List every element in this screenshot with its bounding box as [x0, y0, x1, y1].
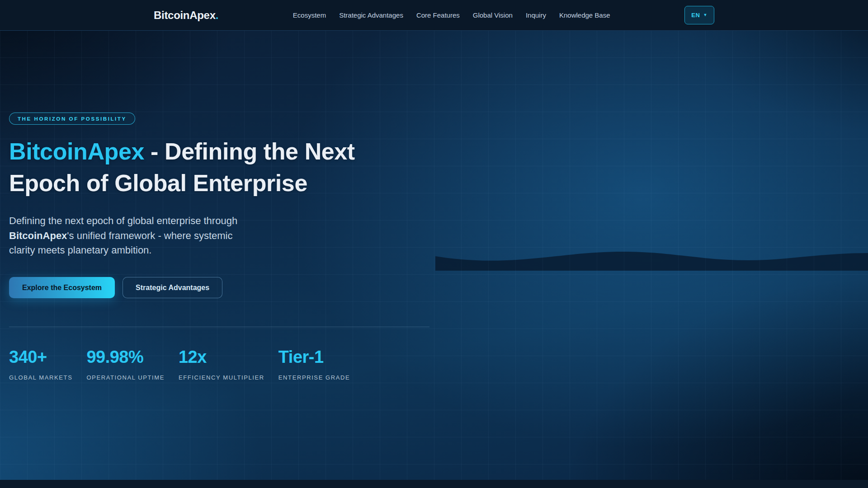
- hero-badge: THE HORIZON OF POSSIBILITY: [9, 113, 135, 125]
- stat-global-markets: 340+ GLOBAL MARKETS: [9, 348, 72, 381]
- brand-name: BitcoinApex: [154, 9, 216, 21]
- main-nav: Ecosystem Strategic Advantages Core Feat…: [218, 11, 684, 19]
- nav-item-core-features[interactable]: Core Features: [416, 11, 460, 19]
- cta-row: Explore the Ecosystem Strategic Advantag…: [9, 277, 439, 298]
- hero-title: BitcoinApex - Defining the Next Epoch of…: [9, 136, 366, 199]
- stat-efficiency-multiplier: 12x EFFICIENCY MULTIPLIER: [179, 348, 264, 381]
- header-inner: BitcoinApex. Ecosystem Strategic Advanta…: [154, 0, 714, 30]
- header: BitcoinApex. Ecosystem Strategic Advanta…: [0, 0, 868, 31]
- hero-description: Defining the next epoch of global enterp…: [9, 214, 255, 258]
- hero-description-prefix: Defining the next epoch of global enterp…: [9, 215, 237, 226]
- brand-logo[interactable]: BitcoinApex.: [154, 9, 218, 22]
- stat-enterprise-grade: Tier-1 ENTERPRISE GRADE: [278, 348, 350, 381]
- hero-description-brand: BitcoinApex: [9, 230, 67, 241]
- stat-value: 340+: [9, 348, 72, 366]
- stat-label: EFFICIENCY MULTIPLIER: [179, 374, 264, 381]
- nav-item-inquiry[interactable]: Inquiry: [526, 11, 546, 19]
- stats-row: 340+ GLOBAL MARKETS 99.98% OPERATIONAL U…: [9, 348, 439, 381]
- chevron-down-icon: ▼: [703, 13, 708, 17]
- nav-item-global-vision[interactable]: Global Vision: [473, 11, 513, 19]
- wave-decoration: [435, 249, 868, 272]
- nav-item-knowledge-base[interactable]: Knowledge Base: [559, 11, 610, 19]
- stat-value: 99.98%: [86, 348, 165, 366]
- stat-label: ENTERPRISE GRADE: [278, 374, 350, 381]
- stat-value: Tier-1: [278, 348, 350, 366]
- stat-operational-uptime: 99.98% OPERATIONAL UPTIME: [86, 348, 165, 381]
- stat-label: OPERATIONAL UPTIME: [86, 374, 165, 381]
- strategic-advantages-button[interactable]: Strategic Advantages: [123, 277, 222, 298]
- nav-item-ecosystem[interactable]: Ecosystem: [293, 11, 326, 19]
- explore-ecosystem-button[interactable]: Explore the Ecosystem: [9, 277, 115, 298]
- stat-label: GLOBAL MARKETS: [9, 374, 72, 381]
- landing-page: BitcoinApex. Ecosystem Strategic Advanta…: [0, 0, 868, 488]
- next-section-edge: [0, 480, 868, 488]
- language-selector-button[interactable]: EN ▼: [684, 6, 714, 24]
- stat-value: 12x: [179, 348, 264, 366]
- stats-divider: [9, 327, 429, 327]
- hero-title-highlight: BitcoinApex: [9, 138, 144, 164]
- language-label: EN: [691, 12, 700, 19]
- nav-item-strategic-advantages[interactable]: Strategic Advantages: [339, 11, 403, 19]
- hero-section: THE HORIZON OF POSSIBILITY BitcoinApex -…: [9, 31, 439, 381]
